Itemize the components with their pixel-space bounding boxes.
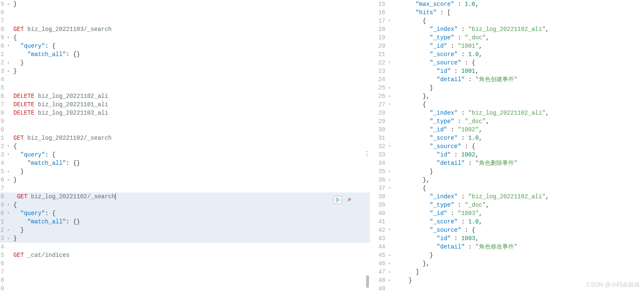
code-content[interactable]: {: [392, 17, 644, 25]
fold-toggle[interactable]: ▴: [387, 251, 392, 259]
code-line[interactable]: 28 "_index" : "biz_log_20221102_ali",: [370, 109, 644, 117]
code-line[interactable]: 47▴ ]: [370, 268, 644, 276]
code-line[interactable]: 0▾ "query": {: [0, 42, 370, 50]
code-line[interactable]: 17▾ {: [370, 17, 644, 25]
code-content[interactable]: {: [392, 100, 644, 109]
code-content[interactable]: GET biz_log_20221103/_search: [11, 25, 370, 33]
fold-toggle[interactable]: ▾: [387, 226, 392, 234]
code-content[interactable]: DELETE biz_log_20221103_ali: [11, 109, 370, 117]
code-content[interactable]: "query": {: [11, 209, 370, 218]
code-line[interactable]: 5: [0, 84, 370, 92]
code-line[interactable]: 15 "max_score" : 1.0,: [370, 0, 644, 8]
code-content[interactable]: "id" : 1002,: [392, 151, 644, 159]
code-content[interactable]: "match_all": {}: [11, 218, 370, 226]
code-line[interactable]: 6DELETE biz_log_20221102_ali: [0, 92, 370, 100]
fold-toggle[interactable]: ▾: [6, 151, 11, 159]
code-content[interactable]: }: [11, 59, 370, 67]
code-line[interactable]: 0: [0, 284, 370, 292]
code-content[interactable]: "query": {: [11, 42, 370, 50]
fold-toggle[interactable]: ▴: [387, 268, 392, 276]
code-content[interactable]: "_score" : 1.0,: [392, 218, 644, 226]
fold-toggle[interactable]: ▴: [6, 176, 11, 184]
code-line[interactable]: 6: [0, 259, 370, 268]
code-content[interactable]: "_id" : "1001",: [392, 42, 644, 50]
code-line[interactable]: 36▴ },: [370, 176, 644, 184]
fold-toggle[interactable]: ▾: [387, 17, 392, 25]
code-line[interactable]: 38 "_index" : "biz_log_20221102_ali",: [370, 192, 644, 201]
code-line[interactable]: 22▾ "_source" : {: [370, 59, 644, 67]
code-content[interactable]: "id" : 1003,: [392, 234, 644, 243]
code-line[interactable]: 23 "id" : 1001,: [370, 67, 644, 75]
fold-toggle[interactable]: ▾: [387, 100, 392, 109]
fold-toggle[interactable]: ▴: [387, 84, 392, 92]
code-content[interactable]: "id" : 1001,: [392, 67, 644, 75]
code-content[interactable]: "match_all": {}: [11, 50, 370, 59]
code-content[interactable]: {: [392, 184, 644, 192]
code-content[interactable]: "_source" : {: [392, 142, 644, 151]
code-line[interactable]: 24 "detail" : "角色创建事件": [370, 75, 644, 84]
code-line[interactable]: 41 "_score" : 1.0,: [370, 218, 644, 226]
fold-toggle[interactable]: ▾: [6, 201, 11, 209]
code-line[interactable]: 2▴ }: [0, 59, 370, 67]
wrench-button[interactable]: [344, 196, 353, 204]
code-line[interactable]: 33 "id" : 1002,: [370, 151, 644, 159]
code-line[interactable]: 45▴ }: [370, 251, 644, 259]
code-line[interactable]: 3▴}: [0, 234, 370, 243]
code-content[interactable]: }: [11, 226, 370, 234]
code-line[interactable]: 6▴}: [0, 176, 370, 184]
code-content[interactable]: "detail" : "角色修改事件": [392, 243, 644, 251]
code-line[interactable]: 19 "_type" : "_doc",: [370, 33, 644, 42]
fold-toggle[interactable]: ▴: [6, 0, 11, 8]
fold-toggle[interactable]: ▾: [6, 142, 11, 151]
code-content[interactable]: {: [11, 33, 370, 42]
code-content[interactable]: "query": {: [11, 151, 370, 159]
code-line[interactable]: 4 "match_all": {}: [0, 159, 370, 167]
fold-toggle[interactable]: ▾: [387, 142, 392, 151]
code-content[interactable]: "_source" : {: [392, 226, 644, 234]
code-line[interactable]: 5GET _cat/indices: [0, 251, 370, 259]
code-line[interactable]: 34 "detail" : "角色删除事件": [370, 159, 644, 167]
code-content[interactable]: {: [11, 142, 370, 151]
code-line[interactable]: 20 "_id" : "1001",: [370, 42, 644, 50]
code-line[interactable]: 1GET biz_log_20221102/_search: [0, 134, 370, 142]
code-content[interactable]: "_score" : 1.0,: [392, 50, 644, 59]
code-content[interactable]: }: [392, 84, 644, 92]
code-line[interactable]: 16 "hits" : [: [370, 8, 644, 17]
code-line[interactable]: 30 "_id" : "1002",: [370, 126, 644, 134]
code-line[interactable]: 7: [0, 184, 370, 192]
code-content[interactable]: DELETE biz_log_20221101_ali: [11, 100, 370, 109]
fold-toggle[interactable]: ▴: [6, 59, 11, 67]
code-line[interactable]: 44 "detail" : "角色修改事件": [370, 243, 644, 251]
code-line[interactable]: 4: [0, 75, 370, 84]
code-line[interactable]: 46▴ },: [370, 259, 644, 268]
fold-toggle[interactable]: ▴: [387, 167, 392, 176]
code-line[interactable]: 4: [0, 243, 370, 251]
code-content[interactable]: "_id" : "1002",: [392, 126, 644, 134]
fold-toggle[interactable]: ▴: [6, 234, 11, 243]
code-line[interactable]: 0: [0, 126, 370, 134]
code-line[interactable]: 25▴ }: [370, 84, 644, 92]
code-line[interactable]: 5▴}: [0, 0, 370, 8]
code-line[interactable]: 27▾ {: [370, 100, 644, 109]
code-line[interactable]: 8 GET biz_log_20221102/_search: [0, 192, 370, 201]
response-viewer-panel[interactable]: 15 "max_score" : 1.0,16 "hits" : [17▾ {1…: [370, 0, 644, 292]
code-line[interactable]: 2▴ }: [0, 226, 370, 234]
code-content[interactable]: GET biz_log_20221102/_search: [11, 192, 370, 201]
code-content[interactable]: }: [392, 251, 644, 259]
code-line[interactable]: 8DELETE biz_log_20221103_ali: [0, 109, 370, 117]
code-line[interactable]: 21 "_score" : 1.0,: [370, 50, 644, 59]
code-line[interactable]: 26▴ },: [370, 92, 644, 100]
fold-toggle[interactable]: ▾: [6, 209, 11, 218]
code-content[interactable]: }: [392, 167, 644, 176]
code-content[interactable]: "_type" : "_doc",: [392, 117, 644, 126]
fold-toggle[interactable]: ▴: [6, 67, 11, 75]
fold-toggle[interactable]: ▴: [387, 276, 392, 284]
scrollbar-thumb[interactable]: [366, 275, 369, 288]
code-content[interactable]: GET _cat/indices: [11, 251, 370, 259]
run-button[interactable]: [333, 196, 342, 204]
code-content[interactable]: ]: [392, 268, 644, 276]
code-line[interactable]: 7DELETE biz_log_20221101_ali: [0, 100, 370, 109]
fold-toggle[interactable]: ▾: [387, 59, 392, 67]
code-content[interactable]: },: [392, 259, 644, 268]
code-content[interactable]: "_id" : "1003",: [392, 209, 644, 218]
